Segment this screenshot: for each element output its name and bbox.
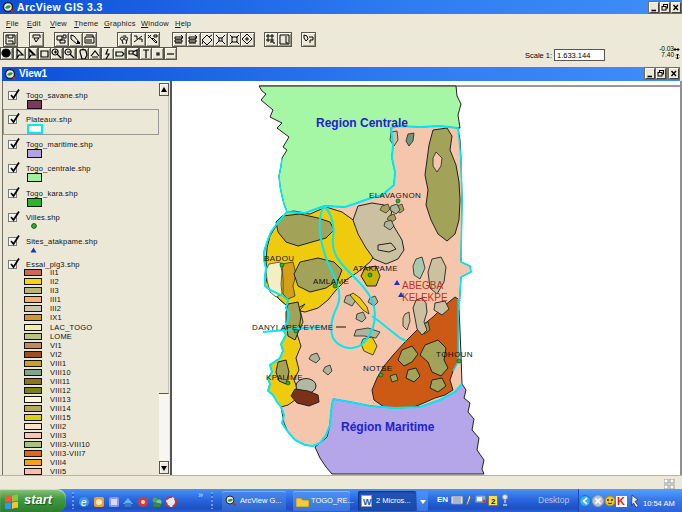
svg-text:BADOU: BADOU xyxy=(264,254,294,263)
svg-text:Region Centrale: Region Centrale xyxy=(316,116,408,130)
svg-text:ABEGBA: ABEGBA xyxy=(402,280,443,291)
svg-text:e: e xyxy=(81,497,87,508)
svg-text:TOHOUN: TOHOUN xyxy=(436,350,473,359)
svg-text:KPALIME: KPALIME xyxy=(266,373,303,382)
svg-text:Région Maritime: Région Maritime xyxy=(341,420,435,434)
svg-text:DANYI APEYEYEME: DANYI APEYEYEME xyxy=(252,323,334,332)
svg-text:AMLAME: AMLAME xyxy=(313,277,349,286)
svg-text:KELEKPE: KELEKPE xyxy=(402,292,448,303)
svg-text:NOTSE: NOTSE xyxy=(363,364,393,373)
svg-text:ATAKPAME: ATAKPAME xyxy=(353,264,398,273)
svg-text:ELAVAGNON: ELAVAGNON xyxy=(369,191,421,200)
